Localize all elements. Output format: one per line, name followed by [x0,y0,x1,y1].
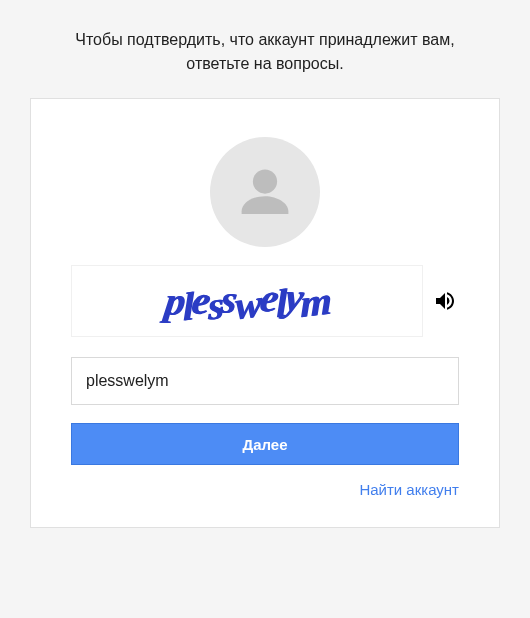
verification-card: plesswelym Далее Найти аккаунт [30,98,500,528]
svg-point-0 [253,169,277,193]
person-icon [232,159,298,225]
instruction-text: Чтобы подтвердить, что аккаунт принадлеж… [30,28,500,76]
next-button[interactable]: Далее [71,423,459,465]
find-account-link[interactable]: Найти аккаунт [359,481,459,498]
captcha-audio-button[interactable] [431,287,459,315]
speaker-icon [433,289,457,313]
captcha-display-text: plesswelym [163,275,331,328]
avatar-placeholder-icon [210,137,320,247]
page-root: Чтобы подтвердить, что аккаунт принадлеж… [0,0,530,618]
find-account-row: Найти аккаунт [71,481,459,499]
captcha-image: plesswelym [71,265,423,337]
captcha-row: plesswelym [71,265,459,337]
captcha-input[interactable] [71,357,459,405]
avatar-container [71,137,459,247]
